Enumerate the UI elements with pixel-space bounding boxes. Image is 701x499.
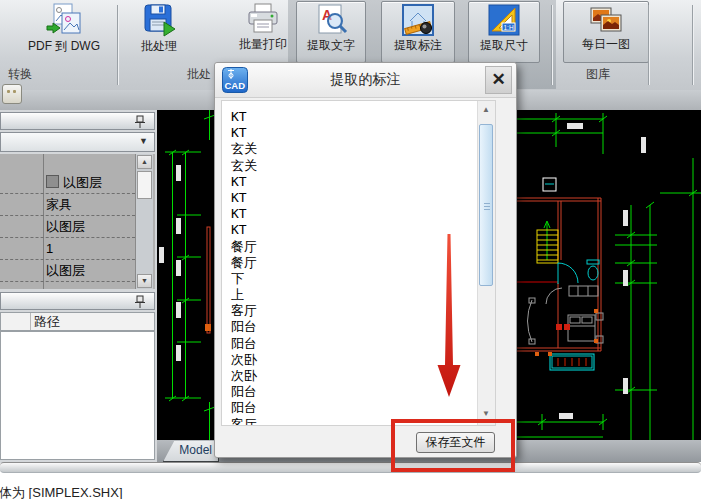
extract-annotation-icon xyxy=(402,4,434,36)
highlight-box-annotation xyxy=(391,419,515,472)
dialog-title: 提取的标注 xyxy=(215,71,516,89)
dialog-title-bar[interactable]: CAD 提取的标注 ✕ xyxy=(215,63,516,98)
status-bar: 字体为 [SIMPLEX.SHX] xyxy=(0,473,701,499)
scroll-up-icon[interactable]: ▲ xyxy=(478,102,494,119)
color-swatch xyxy=(46,175,59,188)
pdf-to-dwg-label: PDF 到 DWG xyxy=(10,38,118,55)
property-row[interactable]: 以图层 xyxy=(0,172,135,194)
extract-dimension-label: 提取尺寸 xyxy=(469,37,539,54)
dialog-scrollbar[interactable]: ▲ ▼ xyxy=(477,101,495,425)
list-item[interactable]: KT xyxy=(222,109,472,125)
extract-text-label: 提取文字 xyxy=(297,37,365,54)
list-item[interactable]: 阳台 xyxy=(222,400,472,416)
scroll-down-icon[interactable]: ▼ xyxy=(137,274,152,288)
group-label-gallery: 图库 xyxy=(586,66,610,83)
ribbon-separator xyxy=(117,5,118,85)
extract-dimension-icon: 1:H xyxy=(488,4,520,36)
pdf-to-dwg-button[interactable]: PDF 到 DWG xyxy=(10,1,118,61)
list-item[interactable]: KT xyxy=(222,174,472,190)
path-list-area[interactable] xyxy=(0,331,155,460)
list-item[interactable]: 玄关 xyxy=(222,141,472,157)
dropdown-arrow-icon[interactable]: ▼ xyxy=(139,136,148,146)
status-text: 字体为 [SIMPLEX.SHX] xyxy=(0,484,123,499)
group-label-batch: 批处 xyxy=(187,66,211,83)
batch-print-button[interactable]: 批量打印 xyxy=(230,1,296,61)
batch-process-icon xyxy=(142,3,176,37)
pin-icon[interactable] xyxy=(134,115,146,129)
dimension-icon-text: 1:H xyxy=(504,24,514,31)
path-panel-header[interactable] xyxy=(0,292,155,310)
layer-dropdown[interactable]: ▼ xyxy=(0,132,155,152)
thumb-grip xyxy=(484,203,490,212)
scrollbar-thumb[interactable] xyxy=(479,124,493,286)
ribbon-separator xyxy=(551,5,552,85)
group-label-convert: 转换 xyxy=(8,66,32,83)
close-icon[interactable]: ✕ xyxy=(485,66,512,94)
quick-toolbar-fragment-icon xyxy=(2,84,22,104)
extract-dimension-button[interactable]: 1:H 提取尺寸 xyxy=(468,1,540,63)
extract-annotation-label: 提取标注 xyxy=(382,37,454,54)
batch-process-label: 批处理 xyxy=(127,38,191,55)
batch-process-button[interactable]: 批处理 xyxy=(127,1,191,61)
batch-print-label: 批量打印 xyxy=(230,36,296,53)
list-item[interactable]: KT xyxy=(222,190,472,206)
scroll-up-icon[interactable]: ▲ xyxy=(137,155,152,169)
property-row[interactable]: 1 xyxy=(0,238,135,260)
column-divider xyxy=(30,313,31,330)
red-arrow-annotation xyxy=(429,234,469,400)
pin-icon[interactable] xyxy=(134,295,146,309)
daily-drawing-icon xyxy=(589,4,623,35)
property-row[interactable]: 以图层 xyxy=(0,216,135,238)
property-grid[interactable]: 以图层 家具 以图层 1 以图层 ▲ ▼ xyxy=(0,154,155,289)
command-splitter-bar[interactable] xyxy=(0,462,701,473)
list-item[interactable]: 玄关 xyxy=(222,158,472,174)
property-row[interactable]: 以图层 xyxy=(0,260,135,282)
daily-drawing-button[interactable]: 每日一图 xyxy=(563,1,649,63)
batch-print-icon xyxy=(245,3,281,35)
scrollbar-thumb[interactable] xyxy=(137,171,152,199)
extract-text-button[interactable]: A 提取文字 xyxy=(296,1,366,63)
ribbon-separator xyxy=(648,5,649,85)
extract-text-icon: A xyxy=(314,4,348,36)
grid-scrollbar[interactable]: ▲ ▼ xyxy=(135,154,153,289)
pdf-to-dwg-icon xyxy=(46,3,82,37)
path-column-header[interactable]: 路径 xyxy=(0,312,155,331)
list-item[interactable]: KT xyxy=(222,125,472,141)
property-row[interactable]: 家具 xyxy=(0,194,135,216)
path-header-label: 路径 xyxy=(34,313,60,330)
daily-drawing-label: 每日一图 xyxy=(564,36,648,53)
list-item[interactable]: KT xyxy=(222,206,472,222)
ribbon-separator xyxy=(692,5,693,85)
extract-annotation-button[interactable]: 提取标注 xyxy=(381,1,455,63)
extracted-annotations-dialog: CAD 提取的标注 ✕ KTKT玄关玄关KTKTKTKT餐厅餐厅下上客厅阳台阳台… xyxy=(214,62,517,458)
properties-panel-header[interactable] xyxy=(0,112,155,130)
